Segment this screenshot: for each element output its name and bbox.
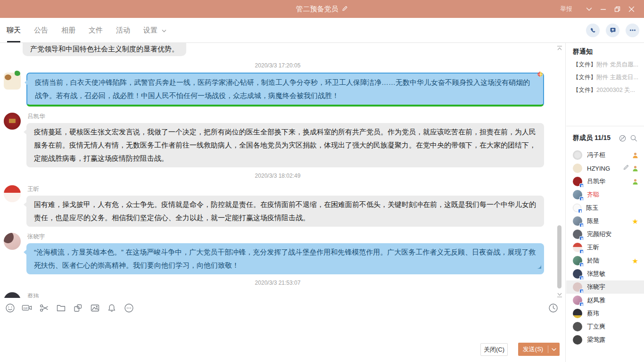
member-row[interactable]: 王昕 [566,241,644,254]
message-text: “沧海横流，方显英雄本色。” 在这场严峻斗争中，广大党员干部冲锋，充分发挥了战斗… [34,248,536,269]
phone-icon [589,26,597,34]
mute-all-icon[interactable] [618,133,627,143]
member-row[interactable]: 丁立爽 [566,320,644,333]
member-name: 陈玉 [586,204,598,212]
sender-name: 王昕 [27,185,544,193]
scroll-to-bottom-button[interactable] [556,291,564,298]
screenshot-scissors-icon[interactable] [39,303,49,313]
tab-files[interactable]: 文件 [89,18,103,42]
new-chat-button[interactable] [606,24,619,37]
send-options-chevron-icon[interactable] [548,343,560,356]
message-bubble[interactable]: 疫情当前，白衣天使冲锋陷阵，武警官兵奔赴一线，医药学家潜心钻研，制造工人争分夺秒… [26,73,544,107]
tab-album[interactable]: 相册 [61,18,75,42]
scroll-to-top-button[interactable] [556,45,564,51]
member-row[interactable]: 梁莺露 [566,333,644,346]
member-name: 梁莺露 [587,336,605,344]
window-controls: 举报 [560,0,638,18]
member-row[interactable]: 齐聪 [566,188,644,201]
notice-item[interactable]: 【文件】20200302 关... [573,86,638,94]
tab-settings[interactable]: 设置 [143,18,166,42]
shake-bell-icon[interactable] [107,303,117,313]
member-row[interactable]: 冯子桓 [566,148,644,162]
titlebar-chevron-down-icon[interactable] [582,0,596,18]
member-row[interactable]: 张晓宇 [566,280,644,294]
message-bubble[interactable]: 疫情蔓延，硬核医生张文宏发言说，我做了一个决定，把所有岗位的医生全部换下来，换成… [26,123,544,167]
message-history-icon[interactable] [548,303,558,313]
restore-button[interactable] [610,0,624,18]
message-list: 产党领导和中国特色社会主义制度的显著优势。 2020/3/3 17:20:05 … [0,43,555,298]
close-chat-button[interactable]: 关闭(C) [480,343,508,356]
close-button[interactable] [624,0,638,18]
member-avatar [573,335,582,345]
scrollbar-thumb[interactable] [557,225,561,288]
member-avatar [573,282,582,292]
avatar[interactable] [4,233,21,250]
group-title: 管二预备党员 [296,0,348,18]
search-members-icon[interactable] [629,133,638,143]
edit-title-icon[interactable] [342,5,348,13]
member-avatar [573,322,582,331]
message-bubble[interactable]: 国有难，操戈披甲，人有危，众士争先。疫情就是命令，防控就是责任。在疫情面前不退缩… [26,196,544,227]
member-avatar [573,230,582,239]
star-badge-icon: ★ [632,257,638,264]
member-row[interactable]: 陈玉 [566,201,644,214]
settings-chevron-down-icon [162,18,166,42]
screen-share-icon[interactable] [73,303,83,313]
input-toolbar: GIF [0,300,566,316]
image-icon[interactable] [90,303,100,313]
member-row[interactable]: 完颜绍安 [566,228,644,241]
member-name: 张慧敏 [587,270,605,278]
minimize-button[interactable] [596,0,610,18]
member-name: 蔡玮 [587,309,599,318]
emoji-icon[interactable] [5,303,15,313]
tab-chat[interactable]: 聊天 [7,18,21,42]
message-text: 疫情当前，白衣天使冲锋陷阵，武警官兵奔赴一线，医药学家潜心钻研，制造工人争分夺秒… [35,78,530,99]
member-name: 於陆 [587,256,599,265]
member-name: 陈昱 [587,217,599,225]
member-row[interactable]: 赵凤雅 [566,294,644,307]
ellipsis-icon [629,26,636,34]
mobile-online-badge [579,263,584,267]
member-name: 冯子桓 [587,151,605,159]
member-avatar [573,269,582,279]
tab-activity[interactable]: 活动 [116,18,130,42]
member-list: 冯子桓 HZYING 吕凯华 [566,148,644,346]
avatar[interactable] [4,73,21,90]
member-row[interactable]: 蔡玮 [566,307,644,320]
tabbar: 聊天 公告 相册 文件 活动 设置 [0,18,644,43]
send-button-label[interactable]: 发送(S) [518,343,548,356]
timestamp: 2020/3/3 18:02:49 [0,173,555,179]
owner-person-icon [632,152,638,158]
member-row[interactable]: 陈昱 ★ [566,214,644,228]
member-row[interactable]: 於陆 ★ [566,254,644,267]
report-button[interactable]: 举报 [560,5,572,13]
tab-action-buttons [586,24,639,37]
message-row: 王昕 国有难，操戈披甲，人有危，众士争先。疫情就是命令，防控就是责任。在疫情面前… [0,185,555,227]
member-row[interactable]: HZYING [566,162,644,175]
voice-call-button[interactable] [586,24,600,37]
avatar[interactable] [4,292,21,298]
member-row[interactable]: 吕凯华 [566,175,644,188]
timestamp: 2020/3/3 17:20:05 [0,62,555,69]
member-name: 丁立爽 [587,322,605,331]
more-tools-icon[interactable] [124,303,134,313]
tab-announcement[interactable]: 公告 [34,18,48,42]
sender-name: 吕凯华 [27,113,544,121]
notice-item[interactable]: 【文件】附件 主题党日... [573,74,638,82]
members-title: 群成员 11/15 [573,134,611,142]
more-actions-button[interactable] [626,24,639,37]
mobile-online-badge [579,197,584,201]
message-bubble-partial[interactable]: 产党领导和中国特色社会主义制度的显著优势。 [23,43,186,56]
message-bubble[interactable]: “沧海横流，方显英雄本色。” 在这场严峻斗争中，广大党员干部冲锋，充分发挥了战斗… [26,243,544,274]
edit-my-card-icon[interactable] [623,164,629,173]
send-button[interactable]: 发送(S) [518,343,560,356]
sidebar: 群通知 【文件】附件 党员自愿... 【文件】附件 主题党日... 【文件】20… [566,43,644,362]
avatar[interactable] [4,113,21,130]
member-row[interactable]: 张慧敏 [566,267,644,280]
admin-person-icon [632,165,638,172]
gif-icon[interactable]: GIF [22,303,32,313]
notice-item[interactable]: 【文件】附件 党员自愿... [573,61,638,69]
message-input[interactable] [0,316,565,342]
avatar[interactable] [4,185,21,202]
folder-file-icon[interactable] [56,303,66,313]
